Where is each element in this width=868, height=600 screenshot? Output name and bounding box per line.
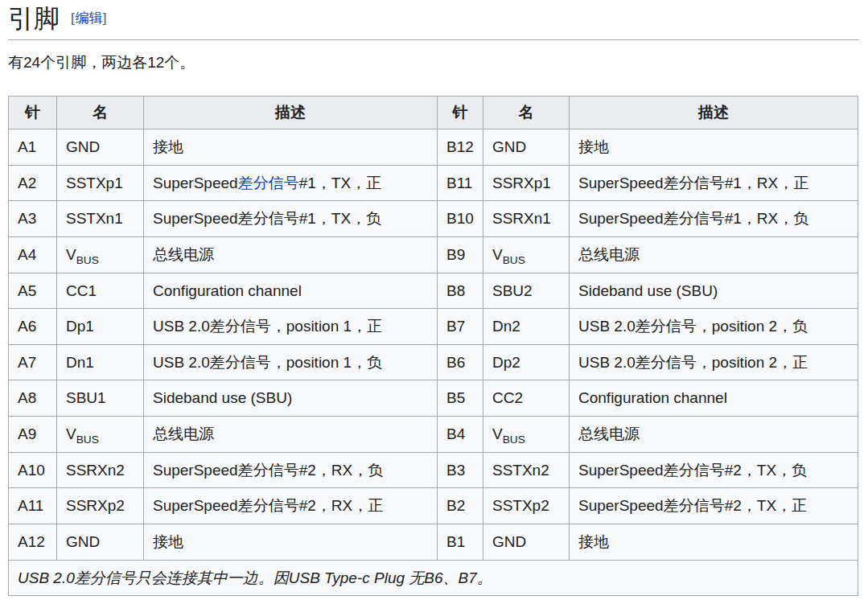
desc-cell: SuperSpeed差分信号#1，RX，正 — [570, 165, 858, 201]
pin-table-header-row: 针 名 描述 针 名 描述 — [9, 96, 858, 129]
name-cell: GND — [57, 524, 144, 561]
name-cell: SSTXn2 — [483, 452, 570, 488]
name-cell: GND — [483, 524, 570, 561]
desc-cell: Sideband use (SBU) — [144, 380, 438, 417]
pin-table-body: A1GND接地B12GND接地A2SSTXp1SuperSpeed差分信号#1，… — [9, 129, 858, 560]
pin-cell: A7 — [9, 344, 57, 380]
desc-cell: SuperSpeed差分信号#1，RX，负 — [570, 201, 858, 237]
name-cell: SSRXn2 — [57, 452, 144, 488]
name-subscript: BUS — [76, 254, 99, 266]
table-footnote: USB 2.0差分信号只会连接其中一边。因USB Type-c Plug 无B6… — [9, 560, 858, 596]
edit-bracket-close: ] — [103, 10, 108, 26]
pin-cell: B2 — [438, 488, 483, 524]
desc-cell: Configuration channel — [570, 380, 858, 417]
name-cell: Dp2 — [483, 344, 570, 380]
pin-cell: B12 — [438, 129, 483, 165]
desc-cell: SuperSpeed差分信号#2，RX，正 — [144, 488, 438, 524]
name-cell: GND — [483, 129, 570, 165]
desc-text: 总线电源 — [153, 246, 214, 263]
pin-cell: B3 — [438, 452, 483, 488]
desc-cell: 总线电源 — [144, 236, 438, 273]
desc-text: SuperSpeed差分信号#1，RX，负 — [578, 210, 808, 227]
pin-table-row: A2SSTXp1SuperSpeed差分信号#1，TX，正B11SSRXp1Su… — [9, 165, 858, 201]
desc-text: Sideband use (SBU) — [153, 389, 292, 406]
name-subscript: BUS — [503, 254, 525, 266]
desc-text: 接地 — [578, 533, 609, 550]
desc-cell: SuperSpeed差分信号#1，TX，负 — [144, 201, 438, 237]
column-header-pin-b: 针 — [438, 96, 483, 129]
desc-text: 接地 — [578, 138, 609, 155]
pin-cell: A6 — [9, 309, 57, 345]
desc-cell: SuperSpeed差分信号#1，TX，正 — [144, 165, 438, 201]
desc-text: Configuration channel — [578, 389, 727, 406]
desc-cell: Configuration channel — [144, 273, 438, 309]
desc-text: SuperSpeed差分信号#2，RX，正 — [153, 497, 383, 514]
desc-cell: 接地 — [570, 129, 858, 165]
pin-cell: B9 — [438, 236, 483, 273]
desc-text: USB 2.0差分信号，position 1，正 — [153, 318, 382, 335]
pin-cell: A8 — [9, 380, 57, 417]
pin-table-row: A6Dp1USB 2.0差分信号，position 1，正B7Dn2USB 2.… — [9, 309, 858, 345]
table-footnote-row: USB 2.0差分信号只会连接其中一边。因USB Type-c Plug 无B6… — [9, 560, 858, 596]
desc-text: Configuration channel — [153, 282, 302, 299]
name-cell: SSTXn1 — [57, 201, 144, 237]
name-cell: VBUS — [57, 417, 144, 453]
desc-text: USB 2.0差分信号，position 2，正 — [578, 354, 808, 371]
desc-text: USB 2.0差分信号，position 2，负 — [578, 318, 808, 335]
desc-cell: USB 2.0差分信号，position 2，正 — [570, 344, 858, 380]
pin-table-row: A1GND接地B12GND接地 — [9, 129, 858, 165]
desc-cell: 总线电源 — [570, 417, 858, 453]
name-subscript: BUS — [503, 434, 525, 446]
desc-text: SuperSpeed差分信号#2，TX，负 — [578, 462, 807, 479]
pin-cell: A12 — [9, 524, 57, 561]
desc-cell: 接地 — [144, 129, 438, 165]
name-cell: VBUS — [483, 417, 570, 453]
name-cell: SSTXp1 — [57, 165, 144, 201]
pin-table-row: A3SSTXn1SuperSpeed差分信号#1，TX，负B10SSRXn1Su… — [9, 201, 858, 237]
desc-text: SuperSpeed差分信号#1，TX，负 — [153, 210, 381, 227]
page-title: 引脚 — [8, 3, 60, 34]
pin-cell: A1 — [9, 129, 57, 165]
desc-cell: Sideband use (SBU) — [570, 273, 858, 309]
pin-table-row: A11SSRXp2SuperSpeed差分信号#2，RX，正B2SSTXp2Su… — [9, 488, 858, 524]
name-subscript: BUS — [76, 434, 99, 446]
pin-cell: B11 — [438, 165, 483, 201]
name-cell: SBU1 — [57, 380, 144, 417]
name-cell: Dn2 — [483, 309, 570, 345]
name-cell: CC2 — [483, 380, 570, 417]
desc-text: 总线电源 — [153, 425, 214, 442]
pin-cell: A2 — [9, 165, 57, 201]
name-cell: VBUS — [483, 236, 570, 273]
name-cell: SBU2 — [483, 273, 570, 309]
desc-cell: SuperSpeed差分信号#2，TX，负 — [570, 452, 858, 488]
article-section: 引脚 [编辑] 有24个引脚，两边各12个。 针 名 描述 针 名 描述 A1G… — [0, 0, 868, 600]
pin-table-row: A9VBUS总线电源B4VBUS总线电源 — [9, 417, 858, 453]
edit-link[interactable]: 编辑 — [76, 10, 103, 26]
edit-section: [编辑] — [71, 10, 107, 27]
desc-text: SuperSpeed差分信号#1，RX，正 — [578, 175, 808, 191]
pin-cell: A10 — [9, 452, 57, 488]
desc-cell: USB 2.0差分信号，position 1，正 — [144, 309, 438, 345]
name-cell: Dn1 — [57, 344, 144, 380]
desc-text: SuperSpeed — [153, 175, 238, 191]
pin-cell: A11 — [9, 488, 57, 524]
desc-cell: USB 2.0差分信号，position 2，负 — [570, 309, 858, 345]
pin-cell: A3 — [9, 201, 57, 237]
column-header-pin-a: 针 — [9, 96, 57, 129]
desc-text: SuperSpeed差分信号#2，TX，正 — [578, 497, 807, 514]
pin-table-row: A5CC1Configuration channelB8SBU2Sideband… — [9, 273, 858, 309]
name-cell: CC1 — [57, 273, 144, 309]
pin-table-row: A10SSRXn2SuperSpeed差分信号#2，RX，负B3SSTXn2Su… — [9, 452, 858, 488]
desc-cell: SuperSpeed差分信号#2，RX，负 — [144, 452, 438, 488]
intro-paragraph: 有24个引脚，两边各12个。 — [8, 52, 859, 74]
desc-text: SuperSpeed差分信号#2，RX，负 — [153, 462, 383, 479]
pin-table-row: A12GND接地B1GND接地 — [9, 524, 858, 561]
column-header-name-a: 名 — [57, 96, 144, 129]
pin-cell: A5 — [9, 273, 57, 309]
desc-text: 接地 — [153, 138, 183, 155]
desc-link[interactable]: 差分信号 — [238, 175, 299, 191]
desc-text: 总线电源 — [578, 246, 640, 263]
pin-table-row: A8SBU1Sideband use (SBU)B5CC2Configurati… — [9, 380, 858, 417]
pin-cell: B5 — [438, 380, 483, 417]
name-cell: VBUS — [57, 236, 144, 273]
